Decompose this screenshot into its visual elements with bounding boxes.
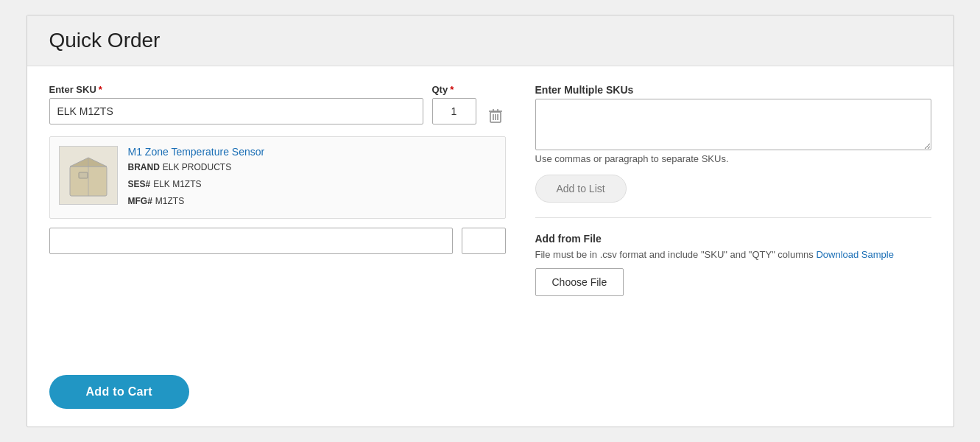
svg-rect-10 [79, 172, 88, 178]
sku-field-group: Enter SKU * [49, 84, 423, 124]
qty-label: Qty * [432, 84, 476, 95]
multiple-skus-textarea[interactable] [535, 99, 931, 150]
multiple-skus-label: Enter Multiple SKUs [535, 84, 931, 96]
add-to-list-button[interactable]: Add to List [535, 175, 627, 203]
qty-required-star: * [450, 84, 454, 95]
sku-required-star: * [99, 84, 102, 95]
choose-file-button[interactable]: Choose File [535, 268, 624, 296]
sku-input[interactable] [49, 98, 423, 124]
product-name-link[interactable]: M1 Zone Temperature Sensor [128, 146, 265, 158]
add-to-cart-button[interactable]: Add to Cart [49, 375, 189, 409]
delete-row-button[interactable] [485, 105, 506, 130]
left-panel: Enter SKU * Qty * [49, 84, 506, 409]
sku-qty-row: Enter SKU * Qty * [49, 84, 506, 130]
page-title: Quick Order [49, 29, 931, 52]
add-from-file-label: Add from File [535, 233, 931, 245]
add-from-file-section: Add from File File must be in .csv forma… [535, 233, 931, 296]
qty-field-group: Qty * [432, 84, 476, 124]
multiple-skus-section: Enter Multiple SKUs Use commas or paragr… [535, 84, 931, 203]
quick-order-card: Quick Order Enter SKU * Q [27, 15, 954, 427]
section-divider [535, 217, 931, 218]
second-qty-input[interactable] [462, 228, 506, 254]
product-meta: BRANDELK PRODUCTS [128, 161, 265, 175]
helper-text: Use commas or paragraph to separate SKUs… [535, 153, 931, 164]
download-sample-link[interactable]: Download Sample [816, 249, 894, 260]
second-sku-row [49, 228, 506, 254]
product-image [59, 146, 118, 205]
sku-label: Enter SKU * [49, 84, 423, 95]
product-result-card: M1 Zone Temperature Sensor BRANDELK PROD… [49, 136, 506, 219]
second-sku-input[interactable] [49, 228, 453, 254]
page-header: Quick Order [27, 15, 953, 66]
product-info: M1 Zone Temperature Sensor BRANDELK PROD… [128, 146, 265, 209]
right-panel: Enter Multiple SKUs Use commas or paragr… [535, 84, 931, 409]
file-description: File must be in .csv format and include … [535, 248, 931, 262]
left-bottom: Add to Cart [49, 284, 506, 409]
product-ses: SES#ELK M1ZTS [128, 178, 265, 192]
product-mfg: MFG#M1ZTS [128, 194, 265, 208]
qty-input[interactable] [432, 98, 476, 124]
